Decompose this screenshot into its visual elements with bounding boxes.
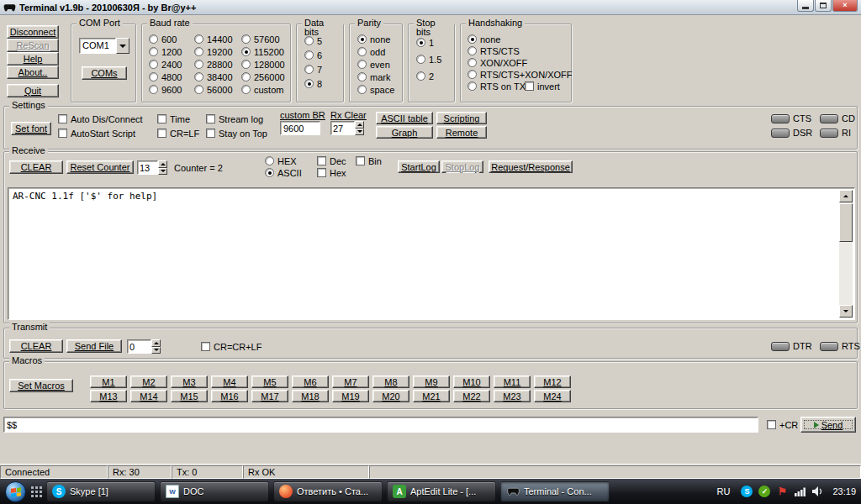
- com-port-select[interactable]: COM1: [79, 38, 129, 54]
- set-font-button[interactable]: Set font: [11, 122, 51, 135]
- handshaking-option[interactable]: RTS/CTS+XON/XOFF: [467, 70, 573, 79]
- disconnect-button[interactable]: Disconnect: [7, 25, 59, 39]
- baud-rate-option[interactable]: 256000: [241, 72, 285, 81]
- about-button[interactable]: About..: [7, 66, 59, 79]
- dec-checkbox[interactable]: Dec: [317, 156, 346, 165]
- autostart-script-checkbox[interactable]: AutoStart Script: [58, 129, 135, 138]
- coms-button[interactable]: COMs: [82, 66, 127, 80]
- baud-rate-option[interactable]: 128000: [241, 60, 285, 69]
- close-button[interactable]: ×: [832, 0, 858, 12]
- macro-button[interactable]: M2: [130, 375, 167, 388]
- macro-button[interactable]: M7: [332, 375, 369, 388]
- taskbar-item-aptedit[interactable]: A AptEdit Lite - [...: [387, 481, 496, 501]
- scrollbar-thumb[interactable]: [839, 203, 853, 242]
- rescan-button[interactable]: ReScan: [7, 39, 59, 52]
- request-response-button[interactable]: Request/Response: [489, 160, 573, 173]
- bin-checkbox[interactable]: Bin: [356, 156, 382, 165]
- send-button[interactable]: Send: [800, 417, 856, 433]
- stop-bits-option[interactable]: 1: [416, 38, 441, 47]
- macro-button[interactable]: M18: [292, 390, 329, 402]
- taskbar-item-terminal[interactable]: Terminal - Con...: [500, 481, 610, 501]
- quick-launch-icon[interactable]: [30, 486, 42, 497]
- receive-spinner-value[interactable]: [137, 160, 158, 175]
- start-button[interactable]: [5, 481, 26, 502]
- rx-clear-value[interactable]: [330, 121, 355, 135]
- macro-button[interactable]: M14: [130, 390, 167, 402]
- data-bits-option[interactable]: 6: [304, 50, 322, 60]
- stop-bits-option[interactable]: 2: [416, 71, 441, 81]
- baud-rate-option[interactable]: 28800: [194, 60, 233, 69]
- scroll-up-icon[interactable]: [839, 190, 853, 202]
- macro-button[interactable]: M16: [211, 390, 248, 402]
- handshaking-option[interactable]: none: [467, 34, 573, 44]
- baud-rate-option[interactable]: 57600: [241, 34, 285, 44]
- receive-mode-option[interactable]: HEX: [265, 156, 302, 165]
- macro-button[interactable]: M13: [90, 390, 127, 402]
- macro-button[interactable]: M1: [90, 375, 127, 388]
- stay-on-top-checkbox[interactable]: Stay on Top: [206, 129, 267, 138]
- macro-button[interactable]: M20: [372, 390, 409, 402]
- receive-mode-option[interactable]: ASCII: [265, 168, 302, 177]
- macro-button[interactable]: M10: [453, 375, 490, 388]
- macro-button[interactable]: M24: [534, 390, 571, 402]
- graph-button[interactable]: Graph: [376, 126, 433, 139]
- data-bits-option[interactable]: 5: [304, 36, 322, 45]
- macro-button[interactable]: M11: [494, 375, 531, 388]
- taskbar-item-skype[interactable]: S Skype [1]: [46, 481, 156, 501]
- baud-rate-option[interactable]: 9600: [149, 85, 182, 94]
- handshaking-option[interactable]: XON/XOFF: [467, 58, 573, 67]
- volume-tray-icon[interactable]: [811, 486, 823, 497]
- antivirus-tray-icon[interactable]: ✓: [758, 486, 770, 497]
- scripting-button[interactable]: Scripting: [436, 112, 487, 124]
- network-tray-icon[interactable]: [794, 486, 806, 497]
- stop-log-button[interactable]: StopLog: [441, 160, 483, 173]
- reset-counter-button[interactable]: Reset Counter: [66, 160, 134, 174]
- cr-crlf-checkbox[interactable]: CR=CR+LF: [201, 342, 261, 351]
- transmit-clear-button[interactable]: CLEAR: [9, 339, 63, 353]
- macro-button[interactable]: M22: [453, 390, 490, 402]
- baud-rate-option[interactable]: 115200: [241, 47, 285, 56]
- macro-button[interactable]: M19: [332, 390, 369, 402]
- spin-down-icon[interactable]: [158, 168, 167, 176]
- macro-button[interactable]: M23: [494, 390, 531, 402]
- spin-down-icon[interactable]: [355, 129, 364, 136]
- ascii-table-button[interactable]: ASCII table: [376, 112, 433, 124]
- auto-disconnect-checkbox[interactable]: Auto Dis/Connect: [58, 114, 143, 123]
- spin-up-icon[interactable]: [151, 339, 161, 347]
- spin-down-icon[interactable]: [151, 347, 161, 354]
- baud-rate-option[interactable]: 1200: [149, 47, 182, 56]
- quit-button[interactable]: Quit: [7, 84, 59, 97]
- data-bits-option[interactable]: 7: [304, 65, 322, 74]
- skype-tray-icon[interactable]: S: [741, 486, 753, 497]
- macro-button[interactable]: M15: [171, 390, 208, 402]
- transmit-spinner-value[interactable]: [127, 339, 151, 354]
- crlf-checkbox[interactable]: CR=LF: [157, 129, 199, 138]
- language-indicator[interactable]: RU: [714, 485, 734, 498]
- chevron-down-icon[interactable]: [116, 38, 129, 54]
- spin-up-icon[interactable]: [355, 121, 364, 129]
- taskbar-clock[interactable]: 23:19: [832, 486, 856, 496]
- parity-option[interactable]: space: [357, 85, 394, 94]
- set-macros-button[interactable]: Set Macros: [9, 379, 73, 392]
- baud-rate-option[interactable]: 2400: [149, 60, 182, 69]
- minimize-button[interactable]: [797, 0, 814, 12]
- handshaking-option[interactable]: RTS/CTS: [467, 46, 573, 55]
- spin-up-icon[interactable]: [158, 160, 167, 168]
- invert-checkbox[interactable]: invert: [525, 81, 560, 91]
- parity-option[interactable]: none: [357, 34, 394, 44]
- plus-cr-checkbox[interactable]: +CR: [767, 420, 798, 429]
- send-input[interactable]: [3, 417, 758, 433]
- macro-button[interactable]: M21: [413, 390, 450, 402]
- baud-rate-option[interactable]: 4800: [149, 72, 182, 81]
- macro-button[interactable]: M9: [413, 375, 450, 388]
- macro-button[interactable]: M5: [251, 375, 288, 388]
- baud-rate-option[interactable]: 19200: [194, 47, 233, 56]
- vertical-scrollbar[interactable]: [839, 190, 853, 318]
- help-button[interactable]: Help: [7, 52, 59, 66]
- baud-rate-option[interactable]: 38400: [194, 72, 233, 81]
- time-checkbox[interactable]: Time: [157, 114, 190, 123]
- macro-button[interactable]: M4: [211, 375, 248, 388]
- baud-rate-option[interactable]: 56000: [194, 85, 233, 94]
- macro-button[interactable]: M6: [292, 375, 329, 388]
- custom-br-input[interactable]: [280, 121, 320, 135]
